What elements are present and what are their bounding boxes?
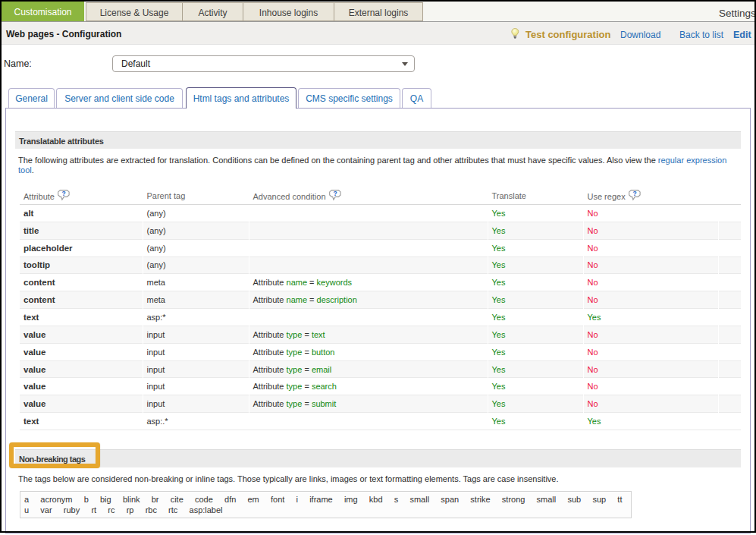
svg-text:?: ? (62, 190, 66, 197)
svg-text:?: ? (333, 190, 337, 197)
svg-text:?: ? (632, 190, 636, 197)
